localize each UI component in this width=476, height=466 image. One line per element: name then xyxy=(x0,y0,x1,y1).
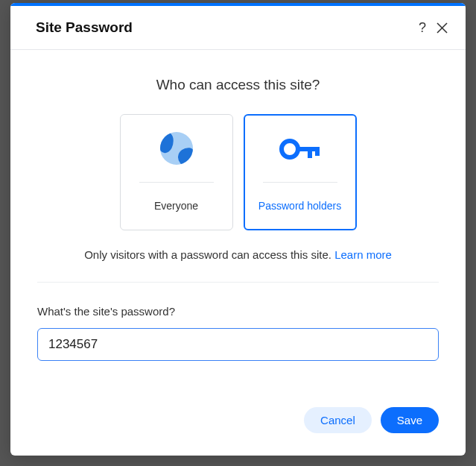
cancel-button[interactable]: Cancel xyxy=(304,407,372,433)
helper-text-static: Only visitors with a password can access… xyxy=(84,248,334,261)
access-helper-text: Only visitors with a password can access… xyxy=(37,248,439,261)
save-button[interactable]: Save xyxy=(381,407,439,433)
password-label: What's the site's password? xyxy=(37,305,439,318)
option-everyone[interactable]: Everyone xyxy=(120,114,233,230)
learn-more-link[interactable]: Learn more xyxy=(334,248,392,261)
close-icon[interactable] xyxy=(437,22,448,34)
option-password-holders[interactable]: Password holders xyxy=(244,114,357,230)
header-actions: ? xyxy=(419,21,448,34)
globe-icon xyxy=(121,115,232,182)
svg-rect-5 xyxy=(315,151,320,156)
svg-point-2 xyxy=(282,141,298,157)
access-question: Who can access this site? xyxy=(37,77,439,93)
site-password-modal: Site Password ? Who can access this site… xyxy=(10,3,466,456)
option-password-holders-label: Password holders xyxy=(258,183,341,229)
svg-rect-4 xyxy=(308,151,312,158)
modal-footer: Cancel Save xyxy=(10,407,466,450)
modal-body: Who can access this site? Everyone xyxy=(10,50,466,361)
svg-rect-3 xyxy=(297,147,320,151)
modal-header: Site Password ? xyxy=(10,6,466,50)
section-divider xyxy=(37,282,439,283)
option-everyone-label: Everyone xyxy=(154,183,198,229)
modal-title: Site Password xyxy=(36,19,133,36)
help-icon[interactable]: ? xyxy=(419,21,426,34)
key-icon xyxy=(245,116,355,182)
password-input[interactable] xyxy=(37,328,439,361)
access-options: Everyone Password holders xyxy=(37,114,439,230)
